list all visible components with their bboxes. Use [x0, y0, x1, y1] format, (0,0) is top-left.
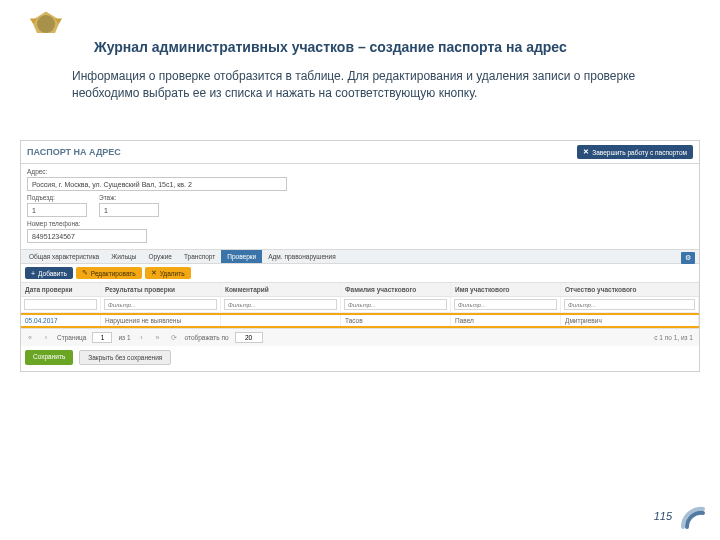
- tab-checks[interactable]: Проверки: [221, 250, 262, 263]
- tab-weapons[interactable]: Оружие: [142, 250, 178, 263]
- last-page-button[interactable]: »: [153, 333, 163, 343]
- col-comment[interactable]: Комментарий: [221, 283, 341, 296]
- phone-label: Номер телефона:: [27, 220, 693, 227]
- floor-label: Этаж:: [99, 194, 159, 201]
- pager: « ‹ Страница из 1 › » ⟳ отображать по с …: [21, 328, 699, 346]
- floor-input[interactable]: 1: [99, 203, 159, 217]
- filter-date[interactable]: [24, 299, 97, 310]
- delete-button[interactable]: ✕ Удалить: [145, 267, 191, 279]
- slide-description: Информация о проверке отобразится в табл…: [72, 68, 680, 102]
- cell-result: Нарушения не выявлены: [101, 315, 221, 326]
- col-first[interactable]: Имя участкового: [451, 283, 561, 296]
- save-button[interactable]: Сохранить: [25, 350, 73, 365]
- address-input[interactable]: Россия, г. Москва, ул. Сущевский Вал, 15…: [27, 177, 287, 191]
- arc-decor-icon: [678, 502, 708, 532]
- phone-input[interactable]: 84951234567: [27, 229, 147, 243]
- col-date[interactable]: Дата проверки: [21, 283, 101, 296]
- edit-label: Редактировать: [91, 270, 136, 277]
- grid-toolbar: + Добавить ✎ Редактировать ✕ Удалить: [21, 264, 699, 283]
- finish-passport-label: Завершить работу с паспортом: [592, 149, 687, 156]
- first-page-button[interactable]: «: [25, 333, 35, 343]
- page-input[interactable]: [92, 332, 112, 343]
- add-label: Добавить: [38, 270, 67, 277]
- app-header: ПАСПОРТ НА АДРЕС ✕ Завершить работу с па…: [21, 141, 699, 164]
- show-label: отображать по: [185, 334, 229, 341]
- filter-comment[interactable]: [224, 299, 337, 310]
- edit-button[interactable]: ✎ Редактировать: [76, 267, 142, 279]
- col-last[interactable]: Фамилия участкового: [341, 283, 451, 296]
- finish-passport-button[interactable]: ✕ Завершить работу с паспортом: [577, 145, 693, 159]
- trash-icon: ✕: [151, 269, 157, 277]
- slide-title: Журнал административных участков – созда…: [94, 38, 690, 56]
- plus-icon: +: [31, 270, 35, 277]
- tab-transport[interactable]: Транспорт: [178, 250, 221, 263]
- close-without-save-button[interactable]: Закрыть без сохранения: [79, 350, 171, 365]
- per-page-select[interactable]: [235, 332, 263, 343]
- emblem-icon: [28, 6, 64, 42]
- filter-middle[interactable]: [564, 299, 695, 310]
- grid-header: Дата проверки Результаты проверки Коммен…: [21, 283, 699, 297]
- filter-last[interactable]: [344, 299, 447, 310]
- prev-page-button[interactable]: ‹: [41, 333, 51, 343]
- grid-filter-row: [21, 297, 699, 313]
- passport-title: ПАСПОРТ НА АДРЕС: [27, 147, 121, 157]
- cell-middle: Дмитриевич: [561, 315, 699, 326]
- app-window: ПАСПОРТ НА АДРЕС ✕ Завершить работу с па…: [20, 140, 700, 372]
- page-of: из 1: [118, 334, 130, 341]
- pager-status: с 1 по 1, из 1: [654, 334, 693, 341]
- cell-date: 05.04.2017: [21, 315, 101, 326]
- entrance-input[interactable]: 1: [27, 203, 87, 217]
- pencil-icon: ✎: [82, 269, 88, 277]
- tab-general[interactable]: Общая характеристика: [23, 250, 105, 263]
- close-icon: ✕: [583, 148, 589, 156]
- col-result[interactable]: Результаты проверки: [101, 283, 221, 296]
- filter-first[interactable]: [454, 299, 557, 310]
- refresh-icon[interactable]: ⟳: [169, 333, 179, 343]
- table-row[interactable]: 05.04.2017 Нарушения не выявлены Тасов П…: [21, 313, 699, 328]
- cell-last: Тасов: [341, 315, 451, 326]
- cell-first: Павел: [451, 315, 561, 326]
- add-button[interactable]: + Добавить: [25, 267, 73, 279]
- address-label: Адрес:: [27, 168, 693, 175]
- gear-icon[interactable]: ⚙: [681, 252, 695, 264]
- next-page-button[interactable]: ›: [137, 333, 147, 343]
- filter-result[interactable]: [104, 299, 217, 310]
- form-area: Адрес: Россия, г. Москва, ул. Сущевский …: [21, 164, 699, 249]
- cell-comment: [221, 315, 341, 326]
- col-middle[interactable]: Отчество участкового: [561, 283, 699, 296]
- entrance-label: Подъезд:: [27, 194, 87, 201]
- tab-residents[interactable]: Жильцы: [105, 250, 142, 263]
- tab-bar: Общая характеристика Жильцы Оружие Транс…: [21, 249, 699, 264]
- tab-violations[interactable]: Адм. правонарушения: [262, 250, 342, 263]
- footer-buttons: Сохранить Закрыть без сохранения: [21, 346, 699, 371]
- page-number: 115: [654, 510, 672, 522]
- delete-label: Удалить: [160, 270, 185, 277]
- page-label: Страница: [57, 334, 86, 341]
